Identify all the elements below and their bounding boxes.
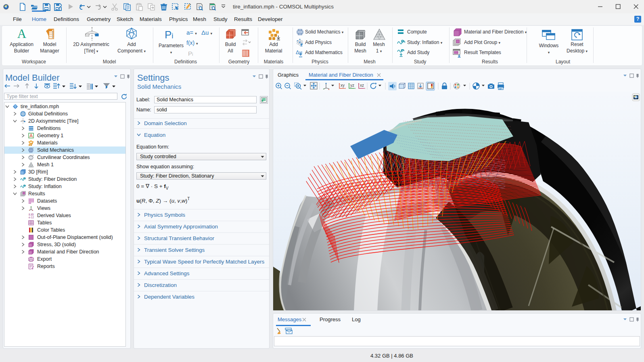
svg-text:8.85: 8.85 xyxy=(29,213,34,216)
svg-text:xz: xz xyxy=(360,83,364,88)
svg-text:yz: yz xyxy=(350,83,354,88)
svg-text:e-12: e-12 xyxy=(29,216,34,219)
svg-text:xy: xy xyxy=(341,83,345,88)
